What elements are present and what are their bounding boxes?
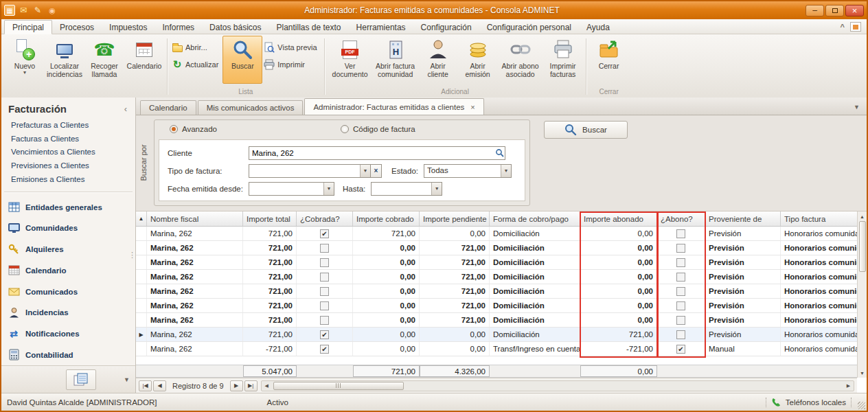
buscar-search-button[interactable]: Buscar (544, 121, 628, 139)
abono-checkbox[interactable] (676, 258, 685, 267)
chevron-down-icon[interactable]: ▼ (360, 165, 370, 177)
telefonos-locales-button[interactable]: Teléfonos locales (786, 398, 846, 407)
mail-icon[interactable]: ✉ (17, 5, 30, 16)
abrir-abono-asociado-button[interactable]: Abrir abono asociado (498, 36, 543, 84)
sidebar-item-comunicados[interactable]: Comunicados (1, 281, 135, 302)
scroll-down-icon[interactable]: ▼ (858, 368, 867, 378)
abono-checkbox[interactable] (676, 330, 685, 339)
abono-checkbox[interactable] (676, 229, 685, 238)
tab-configuracion-personal[interactable]: Configuración personal (479, 21, 579, 34)
vista-previa-button[interactable]: Vista previa (262, 41, 321, 54)
tab-herramientas[interactable]: Herramientas (349, 21, 413, 34)
cobrada-checkbox[interactable] (320, 330, 329, 339)
sidebar-link-vencimientos[interactable]: Vencimientos a Clientes (1, 146, 135, 159)
col-abono[interactable]: ¿Abono? (657, 211, 705, 226)
scrollbar-thumb[interactable] (859, 221, 866, 272)
scrollbar-thumb[interactable] (273, 382, 404, 390)
abono-checkbox[interactable] (676, 287, 685, 296)
table-row[interactable]: Marina, 262 721,00 0,00 721,00 Domicilia… (136, 255, 857, 270)
lookup-search-icon[interactable] (494, 147, 505, 159)
abrir-factura-comunidad-button[interactable]: H Abrir factura comunidad (373, 36, 418, 84)
col-nombre-fiscal[interactable]: Nombre fiscal (147, 211, 243, 226)
record-icon[interactable]: ◉ (46, 5, 58, 16)
col-importe-pendiente[interactable]: Importe pendiente (420, 211, 490, 226)
first-record-button[interactable]: |◀ (139, 380, 152, 391)
cobrada-checkbox[interactable] (320, 244, 329, 253)
sort-indicator-icon[interactable]: ▲ (136, 211, 147, 226)
collapse-ribbon-icon[interactable]: ^ (841, 23, 845, 31)
cobrada-checkbox[interactable] (320, 316, 329, 325)
nuevo-button[interactable]: + Nuevo ▾ (5, 36, 45, 84)
next-record-button[interactable]: ▶ (230, 380, 243, 391)
last-record-button[interactable]: ▶| (244, 380, 258, 391)
tab-ayuda[interactable]: Ayuda (579, 21, 617, 34)
abrir-button[interactable]: Abrir... (170, 41, 222, 54)
vertical-scrollbar[interactable]: ▲ ▼ (857, 211, 867, 378)
imprimir-button[interactable]: Imprimir (262, 58, 321, 71)
cobrada-checkbox[interactable] (320, 258, 329, 267)
prev-record-button[interactable]: ◀ (153, 380, 166, 391)
col-tipo-factura[interactable]: Tipo factura (781, 211, 857, 226)
tab-plantillas-texto[interactable]: Plantillas de texto (269, 21, 348, 34)
table-row[interactable]: Marina, 262 721,00 0,00 721,00 Domicilia… (136, 241, 857, 255)
tab-principal[interactable]: Principal (4, 20, 52, 34)
sidebar-link-prefacturas[interactable]: Prefacturas a Clientes (1, 118, 135, 132)
scroll-left-icon[interactable]: ◀ (262, 381, 272, 391)
splitter-grip[interactable]: ⋮ (128, 252, 135, 258)
table-row[interactable]: Marina, 262 721,00 0,00 721,00 Domicilia… (136, 313, 857, 328)
restore-button[interactable] (825, 5, 844, 16)
chevron-down-icon[interactable]: ▼ (124, 376, 130, 383)
collapse-sidebar-icon[interactable]: ‹ (122, 104, 130, 114)
abono-checkbox[interactable] (676, 273, 685, 282)
abono-checkbox[interactable] (676, 345, 685, 354)
doc-tab-facturas[interactable]: Administrador: Facturas emitidas a clien… (304, 98, 483, 115)
cobrada-checkbox[interactable] (320, 273, 329, 282)
app-icon[interactable]: ▦ (4, 5, 15, 16)
calendario-button[interactable]: Calendario (124, 36, 164, 84)
close-tab-icon[interactable]: × (470, 103, 475, 111)
doc-tab-calendario[interactable]: Calendario (140, 100, 196, 115)
col-cobrada[interactable]: ¿Cobrada? (297, 211, 353, 226)
recoger-llamada-button[interactable]: ☎ Recoger llamada (84, 36, 124, 84)
estado-combo[interactable]: Todas ▼ (424, 164, 512, 178)
ver-documento-button[interactable]: PDF Ver documento (328, 36, 373, 84)
tab-procesos[interactable]: Procesos (52, 21, 102, 34)
panel-views-button[interactable] (66, 369, 96, 390)
sidebar-item-incidencias[interactable]: Incidencias (1, 302, 135, 323)
abrir-emision-button[interactable]: Abrir emisión (458, 36, 498, 84)
minimize-button[interactable]: – (806, 5, 824, 16)
sidebar-item-contabilidad[interactable]: Contabilidad (1, 345, 135, 366)
abono-checkbox[interactable] (676, 244, 685, 253)
sidebar-link-previsiones[interactable]: Previsiones a Clientes (1, 159, 135, 172)
fecha-hasta-combo[interactable]: ▼ (371, 182, 442, 196)
cliente-input[interactable] (249, 149, 494, 157)
abono-checkbox[interactable] (676, 316, 685, 325)
cobrada-checkbox[interactable] (320, 229, 329, 238)
col-proveniente-de[interactable]: Proveniente de (705, 211, 781, 226)
scroll-right-icon[interactable]: ▶ (843, 381, 854, 391)
tab-informes[interactable]: Informes (155, 21, 202, 34)
radio-avanzado[interactable]: Avanzado (170, 125, 217, 133)
fecha-desde-combo[interactable]: ▼ (249, 182, 334, 196)
close-button[interactable]: × (845, 5, 864, 16)
ribbon-window-icon[interactable] (850, 22, 861, 32)
horizontal-scrollbar[interactable]: ◀ ▶ (261, 380, 854, 391)
table-row[interactable]: Marina, 262 721,00 721,00 0,00 Domicilia… (136, 227, 857, 241)
clear-filter-icon[interactable]: × (371, 164, 382, 178)
localizar-incidencias-button[interactable]: Localizar incidencias (45, 36, 84, 84)
col-importe-abonado[interactable]: Importe abonado (580, 211, 657, 226)
resize-grip[interactable] (858, 402, 865, 409)
actualizar-button[interactable]: ↻ Actualizar (170, 58, 222, 71)
cobrada-checkbox[interactable] (320, 287, 329, 296)
scroll-up-icon[interactable]: ▲ (858, 211, 867, 221)
sidebar-link-emisiones[interactable]: Emisiones a Clientes (1, 172, 135, 186)
chevron-down-icon[interactable]: ▼ (501, 165, 511, 177)
tipo-factura-combo[interactable]: ▼ (249, 164, 371, 178)
cobrada-checkbox[interactable] (320, 301, 329, 310)
imprimir-facturas-button[interactable]: Imprimir facturas (543, 36, 583, 84)
sidebar-item-notificaciones[interactable]: ⇄ Notificaciones (1, 323, 135, 345)
table-row[interactable]: Marina, 262 721,00 0,00 721,00 Domicilia… (136, 299, 857, 313)
chevron-down-icon[interactable]: ▼ (431, 183, 442, 195)
col-forma-cobro[interactable]: Forma de cobro/pago (490, 211, 580, 226)
table-row-selected[interactable]: ▶ Marina, 262 721,00 0,00 0,00 Domicilia… (136, 328, 857, 342)
